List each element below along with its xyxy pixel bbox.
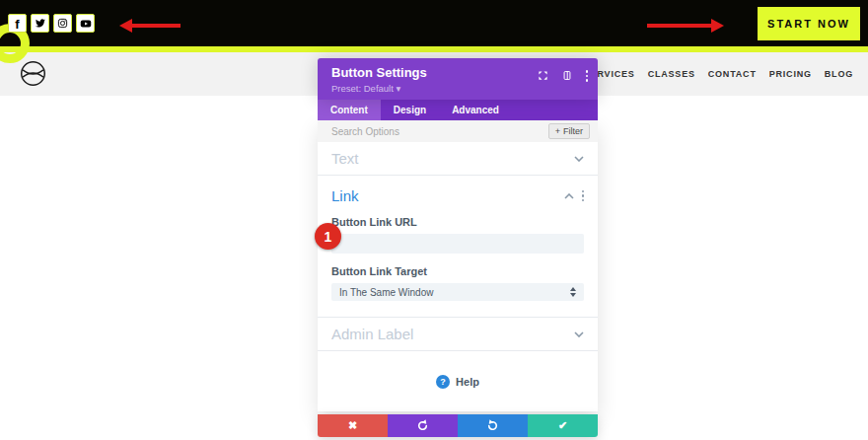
help-area: ? Help: [318, 351, 598, 411]
undo-button[interactable]: [388, 414, 458, 437]
annotation-arrow-left-icon: [119, 19, 181, 33]
section-toggle-text[interactable]: Text: [318, 142, 598, 176]
expand-modal-icon[interactable]: [538, 70, 548, 81]
button-link-target-select[interactable]: In The Same Window: [331, 283, 584, 301]
nav-item-classes[interactable]: CLASSES: [648, 69, 695, 79]
save-button[interactable]: ✔: [528, 414, 598, 437]
annotation-step-1: 1: [315, 223, 341, 250]
search-options-row: + Filter: [318, 120, 598, 142]
twitter-icon[interactable]: [31, 14, 49, 33]
facebook-icon[interactable]: f: [8, 14, 27, 33]
tab-advanced[interactable]: Advanced: [439, 100, 512, 120]
youtube-icon[interactable]: [76, 14, 95, 33]
social-links: f: [8, 14, 95, 33]
page: f START NOW A: [0, 0, 868, 440]
nav-item-pricing[interactable]: PRICING: [769, 69, 812, 79]
button-link-target-label: Button Link Target: [331, 265, 584, 277]
chevron-down-icon: [574, 331, 584, 337]
modal-header[interactable]: Button Settings Preset: Default ▾: [318, 58, 598, 100]
annotation-arrow-right-icon: [647, 19, 724, 33]
modal-body: + Filter Text Link: [318, 120, 598, 411]
modal-tabs: Content Design Advanced: [318, 100, 598, 120]
check-icon: ✔: [558, 420, 567, 431]
chevron-up-icon: [564, 193, 574, 199]
start-now-button[interactable]: START NOW: [758, 7, 860, 40]
accent-divider: [0, 46, 868, 52]
nav-item-contact[interactable]: CONTACT: [708, 69, 757, 79]
modal-menu-icon[interactable]: [586, 70, 589, 82]
site-logo-icon[interactable]: [19, 59, 47, 92]
help-link[interactable]: ? Help: [436, 375, 479, 389]
undo-icon: [416, 419, 429, 432]
preset-selector[interactable]: Preset: Default ▾: [331, 83, 586, 94]
question-mark-icon: ?: [436, 375, 450, 389]
button-link-url-input[interactable]: [331, 234, 584, 254]
plus-icon: +: [555, 126, 560, 136]
search-options-input[interactable]: [331, 126, 548, 137]
top-bar: f START NOW: [0, 0, 868, 46]
select-arrows-icon: [570, 287, 576, 297]
button-settings-modal: Button Settings Preset: Default ▾ Conten…: [318, 58, 598, 437]
tab-design[interactable]: Design: [381, 100, 439, 120]
section-toggle-link[interactable]: Link: [331, 187, 584, 204]
redo-icon: [486, 419, 499, 432]
caret-down-icon: ▾: [396, 83, 400, 94]
section-toggle-admin-label[interactable]: Admin Label: [318, 318, 598, 351]
nav-item-blog[interactable]: BLOG: [825, 69, 853, 79]
modal-actions: ✖ ✔: [318, 414, 598, 437]
filter-button[interactable]: + Filter: [548, 123, 590, 139]
responsive-view-icon[interactable]: [562, 70, 572, 81]
discard-button[interactable]: ✖: [318, 414, 388, 437]
section-menu-icon[interactable]: [582, 190, 585, 202]
tab-content[interactable]: Content: [318, 100, 381, 120]
section-link: Link Button Link URL Button Link Target …: [318, 176, 598, 318]
chevron-down-icon: [574, 156, 584, 162]
close-icon: ✖: [348, 420, 357, 431]
button-link-url-label: Button Link URL: [331, 216, 584, 228]
redo-button[interactable]: [458, 414, 528, 437]
instagram-icon[interactable]: [53, 14, 72, 33]
